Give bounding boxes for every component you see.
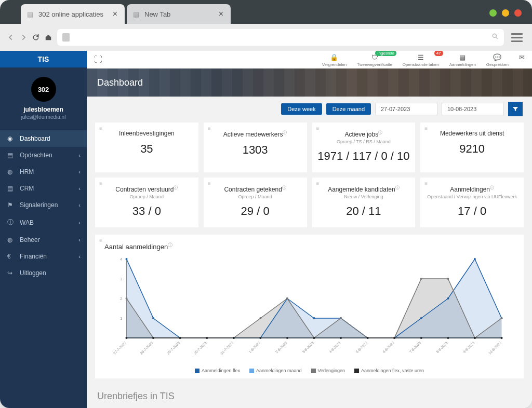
- chevron-left-icon: ‹: [78, 185, 81, 192]
- stat-card: ≡Actieve jobsⓘOproep / TS / RS / Maand19…: [312, 123, 416, 172]
- maximize-dot[interactable]: [489, 9, 497, 17]
- svg-point-71: [233, 337, 235, 339]
- svg-point-63: [420, 278, 422, 280]
- drag-handle-icon[interactable]: ≡: [99, 126, 102, 131]
- stat-card: ≡Inleenbevestigingen35: [95, 123, 198, 172]
- drag-handle-icon[interactable]: ≡: [424, 126, 428, 131]
- topbar-doc[interactable]: ▤Aanmeldingen: [449, 52, 476, 67]
- topbar-label: Tweewegverificatie: [357, 62, 392, 67]
- svg-point-23: [152, 317, 154, 319]
- stat-card: ≡AanmeldingenⓘOpenstaand / Verwijzingen …: [420, 178, 524, 227]
- sidebar-item-beheer[interactable]: ◍Beheer‹: [0, 232, 87, 248]
- svg-text:10-8-2023: 10-8-2023: [488, 341, 502, 356]
- drag-handle-icon[interactable]: ≡: [316, 181, 320, 186]
- svg-point-29: [313, 317, 315, 319]
- svg-point-79: [447, 337, 449, 339]
- sidebar-item-signaleringen[interactable]: ⚑Signaleringen‹: [0, 197, 87, 213]
- topbar-label: Gesprekken: [486, 62, 509, 67]
- tab-label: New Tab: [144, 10, 170, 18]
- topbar-chat[interactable]: 💬Gesprekken: [486, 52, 509, 67]
- topbar-label: Openstaande taken: [403, 62, 439, 67]
- browser-tab[interactable]: ▤302 online applicaties×: [21, 4, 125, 24]
- card-title: Medewerkers uit dienst: [425, 130, 518, 137]
- close-dot[interactable]: [514, 9, 522, 17]
- mail-icon: ✉: [519, 53, 525, 61]
- card-value: 17 / 0: [425, 205, 518, 218]
- gauge-icon: ◉: [7, 135, 15, 142]
- close-icon[interactable]: ×: [219, 9, 223, 19]
- card-title: Actieve jobsⓘ: [317, 130, 410, 138]
- chevron-left-icon: ‹: [78, 169, 81, 175]
- legend-item[interactable]: Aanmeldingen maand: [249, 368, 302, 373]
- back-button[interactable]: [7, 34, 15, 41]
- badge: Ingesteld: [375, 51, 396, 56]
- drag-handle-icon[interactable]: ≡: [424, 181, 428, 186]
- svg-point-68: [152, 337, 154, 339]
- topbar-mail[interactable]: ✉: [519, 52, 525, 62]
- brand: TIS: [0, 51, 87, 67]
- sidebar-item-hrm[interactable]: ◍HRM‹: [0, 164, 87, 180]
- sidebar-item-wab[interactable]: ⓘWAB‹: [0, 213, 87, 232]
- search-icon[interactable]: [491, 33, 499, 42]
- sidebar-item-crm[interactable]: ▤CRM‹: [0, 180, 87, 197]
- legend-item[interactable]: Verlengingen: [311, 368, 345, 373]
- user-email: jules@fourmedia.nl: [0, 114, 87, 120]
- filter-row: Deze week Deze maand: [87, 97, 532, 119]
- chevron-left-icon: ‹: [78, 202, 81, 208]
- chart-legend: Aanmeldingen flexAanmeldingen maandVerle…: [104, 368, 514, 373]
- svg-text:5-8-2023: 5-8-2023: [355, 341, 368, 354]
- sidebar-item-uitloggen[interactable]: ↪Uitloggen: [0, 265, 87, 281]
- drag-handle-icon[interactable]: ≡: [316, 126, 320, 131]
- date-to-input[interactable]: [442, 103, 504, 115]
- card-subtitle: Oproep / Maand: [100, 194, 193, 199]
- topbar-shield[interactable]: Ingesteld🛡Tweewegverificatie: [357, 52, 392, 67]
- tab-label: 302 online applicaties: [38, 10, 103, 18]
- filter-month-button[interactable]: Deze maand: [326, 103, 371, 115]
- forward-button[interactable]: [20, 34, 27, 41]
- browser-tab[interactable]: ▤New Tab×: [127, 4, 231, 24]
- svg-point-60: [340, 317, 342, 319]
- menu-button[interactable]: [509, 33, 525, 42]
- svg-point-77: [393, 337, 395, 339]
- card-title: Contracten verstuurdⓘ: [100, 185, 193, 193]
- svg-point-70: [206, 337, 208, 339]
- sidebar-item-opdrachten[interactable]: ▤Opdrachten‹: [0, 147, 87, 164]
- filter-icon[interactable]: [508, 102, 523, 116]
- drag-handle-icon[interactable]: ≡: [208, 181, 211, 186]
- filter-week-button[interactable]: Deze week: [281, 103, 322, 115]
- reload-button[interactable]: [32, 34, 39, 41]
- legend-swatch: [311, 369, 316, 373]
- avatar[interactable]: 302: [31, 77, 56, 102]
- euro-icon: €: [7, 253, 15, 260]
- address-bar[interactable]: [57, 29, 504, 46]
- info-icon: ⓘ: [7, 218, 15, 227]
- date-from-input[interactable]: [375, 103, 437, 115]
- svg-point-33: [420, 317, 422, 319]
- sidebar: TIS 302 julesbloemen jules@fourmedia.nl …: [0, 51, 87, 408]
- sidebar-item-financiën[interactable]: €Financiën‹: [0, 248, 87, 265]
- page-icon: [62, 33, 70, 42]
- legend-item[interactable]: Aanmeldingen flex: [195, 368, 240, 373]
- legend-item[interactable]: Aanmeldingen flex, vaste uren: [354, 368, 424, 373]
- svg-point-75: [340, 337, 342, 339]
- card-title: Inleenbevestigingen: [100, 130, 193, 137]
- chevron-left-icon: ‹: [78, 220, 81, 226]
- expand-icon[interactable]: ⛶: [94, 55, 102, 64]
- legend-swatch: [195, 369, 200, 373]
- legend-swatch: [249, 369, 254, 373]
- close-icon[interactable]: ×: [113, 9, 117, 19]
- topbar-lock[interactable]: 🔒Vergrendelen: [322, 52, 347, 67]
- drag-handle-icon[interactable]: ≡: [99, 238, 102, 243]
- sidebar-item-dashboard[interactable]: ◉Dashboard: [0, 130, 87, 147]
- card-subtitle: Oproep / Maand: [209, 194, 302, 199]
- svg-text:9-8-2023: 9-8-2023: [462, 341, 475, 354]
- minimize-dot[interactable]: [502, 9, 509, 17]
- svg-point-81: [501, 337, 503, 339]
- main-content: ⛶ 🔒VergrendelenIngesteld🛡Tweewegverifica…: [87, 51, 532, 408]
- topbar-list[interactable]: 47☰Openstaande taken: [403, 52, 439, 67]
- home-button[interactable]: [45, 34, 52, 41]
- drag-handle-icon[interactable]: ≡: [208, 126, 211, 131]
- drag-handle-icon[interactable]: ≡: [99, 181, 102, 186]
- stat-card: ≡Contracten getekendⓘOproep / Maand29 / …: [204, 178, 307, 227]
- svg-point-57: [259, 317, 261, 319]
